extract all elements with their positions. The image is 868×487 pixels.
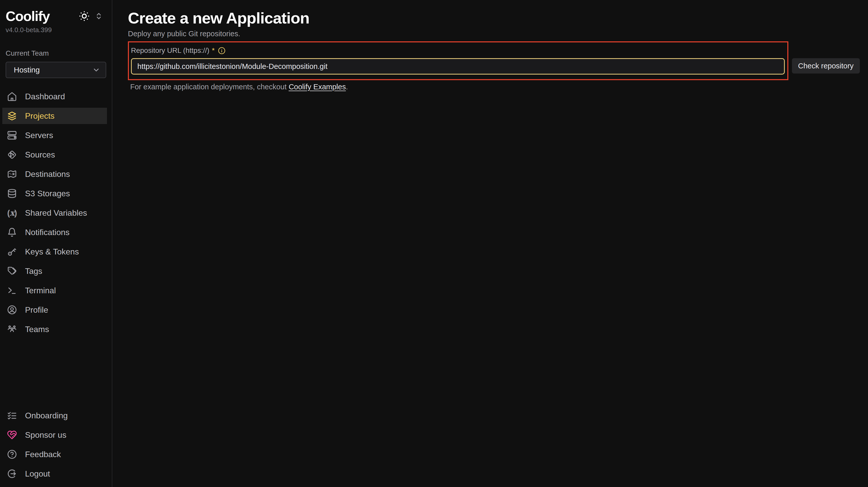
- users-icon: [7, 324, 17, 335]
- sidebar-item-label: Feedback: [25, 450, 61, 459]
- sidebar-item-label: Sources: [25, 150, 55, 160]
- sidebar-item-label: Notifications: [25, 228, 69, 237]
- sidebar-item-dashboard[interactable]: Dashboard: [2, 88, 107, 105]
- repository-url-input[interactable]: [131, 58, 785, 74]
- list-checks-icon: [7, 410, 17, 421]
- sidebar-nav: DashboardProjectsServersSourcesDestinati…: [0, 88, 112, 340]
- home-icon: [7, 91, 17, 102]
- key-icon: [7, 246, 17, 257]
- sidebar-item-onboarding[interactable]: Onboarding: [2, 408, 107, 424]
- info-icon[interactable]: [218, 47, 226, 55]
- sidebar-item-label: Servers: [25, 131, 53, 140]
- sidebar-item-shared-variables[interactable]: (x)Shared Variables: [2, 205, 107, 221]
- repository-url-fieldgroup: Repository URL (https://) * Check reposi…: [128, 41, 788, 80]
- sidebar-item-sponsor-us[interactable]: Sponsor us: [2, 427, 107, 443]
- sidebar-item-label: S3 Storages: [25, 189, 70, 198]
- sun-icon[interactable]: [79, 10, 90, 22]
- app-version: v4.0.0-beta.399: [0, 26, 112, 34]
- sidebar-item-label: Tags: [25, 266, 42, 276]
- sidebar-item-label: Onboarding: [25, 411, 68, 420]
- repository-url-label: Repository URL (https://): [131, 46, 209, 55]
- logout-icon: [7, 468, 17, 479]
- sidebar-item-label: Logout: [25, 469, 50, 479]
- sidebar-item-s3-storages[interactable]: S3 Storages: [2, 185, 107, 202]
- layers-icon: [7, 110, 17, 122]
- helper-prefix: For example application deployments, che…: [130, 83, 289, 91]
- required-marker: *: [212, 46, 215, 55]
- terminal-icon: [7, 285, 17, 296]
- user-circle-icon: [7, 304, 17, 316]
- sidebar-item-servers[interactable]: Servers: [2, 127, 107, 143]
- map-icon: [7, 168, 17, 180]
- sidebar: Coolify v4.0.0-beta.399 Current Team Hos…: [0, 0, 112, 487]
- sidebar-item-label: Profile: [25, 305, 48, 315]
- sidebar-item-sources[interactable]: Sources: [2, 147, 107, 163]
- sidebar-item-keys-tokens[interactable]: Keys & Tokens: [2, 244, 107, 260]
- sidebar-item-profile[interactable]: Profile: [2, 302, 107, 318]
- sidebar-item-label: Dashboard: [25, 92, 65, 101]
- helper-text: For example application deployments, che…: [130, 83, 868, 91]
- sidebar-item-logout[interactable]: Logout: [2, 465, 107, 482]
- sidebar-item-label: Destinations: [25, 169, 70, 179]
- chevron-down-icon: [92, 66, 101, 74]
- app-logo: Coolify: [6, 9, 50, 23]
- braces-x-icon: (x): [7, 207, 17, 219]
- sidebar-footer-nav: OnboardingSponsor usFeedbackLogout: [0, 408, 112, 487]
- bell-icon: [7, 227, 17, 238]
- git-diamond-icon: [7, 149, 17, 160]
- team-select[interactable]: Hosting: [6, 62, 106, 78]
- sidebar-item-label: Terminal: [25, 286, 56, 295]
- check-repository-button[interactable]: Check repository: [792, 58, 860, 73]
- chevrons-up-down-icon[interactable]: [94, 11, 104, 21]
- sidebar-item-label: Projects: [25, 111, 55, 121]
- help-circle-icon: [7, 449, 17, 460]
- database-icon: [7, 188, 17, 199]
- page-title: Create a new Application: [128, 9, 868, 28]
- main-content: Create a new Application Deploy any publ…: [112, 0, 868, 487]
- sidebar-item-tags[interactable]: Tags: [2, 263, 107, 279]
- current-team-label: Current Team: [0, 49, 112, 58]
- sidebar-header: Coolify: [0, 9, 112, 23]
- tags-icon: [7, 265, 17, 277]
- sidebar-item-feedback[interactable]: Feedback: [2, 446, 107, 462]
- sidebar-item-destinations[interactable]: Destinations: [2, 166, 107, 182]
- server-icon: [7, 130, 17, 141]
- page-subtitle: Deploy any public Git repositories.: [128, 29, 868, 38]
- heart-handshake-icon: [7, 429, 17, 441]
- sidebar-item-label: Sponsor us: [25, 430, 66, 440]
- coolify-examples-link[interactable]: Coolify Examples: [289, 83, 346, 91]
- sidebar-item-label: Keys & Tokens: [25, 247, 79, 257]
- sidebar-item-terminal[interactable]: Terminal: [2, 282, 107, 299]
- team-select-value: Hosting: [14, 66, 40, 74]
- sidebar-item-teams[interactable]: Teams: [2, 321, 107, 337]
- sidebar-item-label: Teams: [25, 325, 49, 334]
- sidebar-item-label: Shared Variables: [25, 208, 87, 218]
- sidebar-item-notifications[interactable]: Notifications: [2, 224, 107, 240]
- sidebar-item-projects[interactable]: Projects: [2, 108, 107, 124]
- helper-suffix: .: [346, 83, 348, 91]
